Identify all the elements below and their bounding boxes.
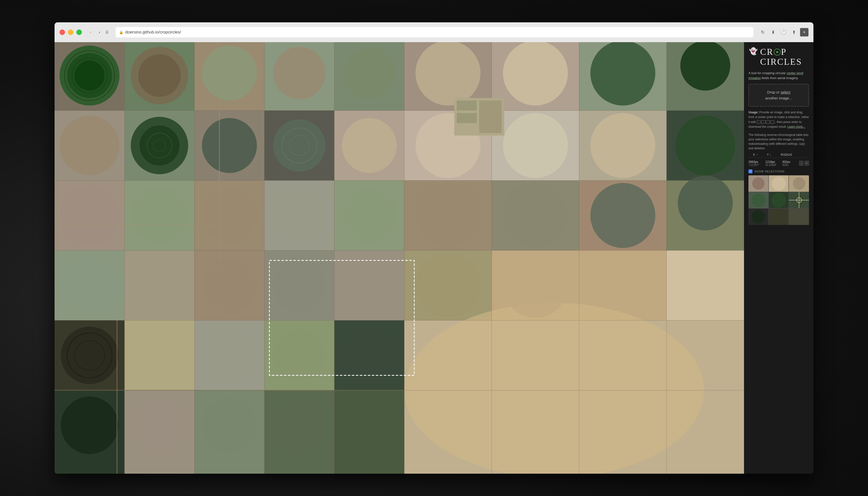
app-icon: 👻 [749, 47, 758, 55]
select-link[interactable]: select [781, 90, 790, 94]
svg-point-68 [273, 47, 326, 99]
svg-point-92 [678, 175, 733, 231]
url-text: doersino.github.io/cropcircles/ [125, 30, 181, 35]
title-block: CRP CIRCLES [760, 47, 808, 67]
svg-point-85 [131, 187, 188, 244]
drop-zone[interactable]: Drop or select another image... [748, 84, 809, 107]
svg-point-82 [590, 113, 655, 178]
svg-point-70 [415, 42, 480, 106]
forward-button[interactable]: › [96, 29, 103, 36]
table-actions: ↓ × [799, 161, 809, 166]
svg-point-130 [752, 177, 764, 190]
svg-point-66 [138, 54, 181, 97]
satellite-view [55, 42, 744, 474]
mini-map [748, 175, 809, 225]
right-panel: 👻 CRP CIRCLES A tool for cropping circul… [744, 42, 813, 474]
table-row: 2893px -113.857° 1218px 42.32588° 302px … [744, 159, 813, 167]
svg-point-100 [61, 327, 118, 384]
svg-point-98 [415, 253, 480, 318]
panel-header: 👻 CRP CIRCLES [744, 42, 813, 71]
share-button[interactable]: ⬆ [790, 28, 798, 36]
svg-point-96 [273, 259, 326, 312]
svg-point-146 [772, 210, 786, 224]
col-y-header: Y ↓ [767, 153, 781, 156]
cell-r: 302px 403m [782, 160, 799, 166]
learn-more-link[interactable]: Learn more... [787, 125, 805, 128]
toolbar-right: ↻ ⬇ 🕐 ⬆ + [758, 28, 808, 36]
show-selections-checkbox[interactable]: ✓ [748, 169, 753, 173]
list-button[interactable]: ☰ [103, 29, 111, 36]
svg-point-73 [680, 42, 730, 91]
history-button[interactable]: 🕐 [779, 28, 788, 36]
svg-point-64 [75, 61, 105, 91]
cell-x: 2893px -113.857° [748, 160, 765, 166]
svg-point-102 [202, 328, 257, 383]
svg-point-71 [503, 42, 568, 106]
traffic-lights [60, 30, 82, 35]
x-deg: -113.857° [748, 164, 765, 166]
y-deg: 42.32588° [765, 164, 782, 166]
title-line2: CIRCLES [760, 57, 808, 67]
new-tab-button[interactable]: + [800, 28, 808, 36]
close-button[interactable] [60, 30, 65, 35]
svg-point-101 [131, 327, 188, 384]
cell-y: 1218px 42.32588° [765, 160, 782, 166]
usage-label: Usage: [748, 111, 758, 114]
svg-point-88 [342, 188, 397, 243]
svg-point-95 [202, 258, 257, 313]
nav-buttons: ‹ › [87, 29, 103, 36]
svg-point-74 [60, 115, 120, 175]
map-area[interactable] [55, 42, 744, 474]
col-r-header: RADIUS [781, 153, 795, 156]
svg-point-84 [60, 186, 120, 246]
download-row-button[interactable]: ↓ [799, 161, 804, 166]
svg-point-105 [61, 397, 118, 454]
delete-row-button[interactable]: × [805, 161, 809, 166]
list-icon: ☰ [105, 30, 109, 34]
svg-point-136 [751, 193, 765, 207]
reload-button[interactable]: ↻ [758, 28, 767, 36]
lock-icon: 🔒 [119, 30, 123, 34]
back-button[interactable]: ‹ [87, 29, 94, 36]
svg-point-93 [60, 255, 120, 315]
browser-window: ‹ › ☰ 🔒 doersino.github.io/cropcircles/ … [55, 22, 813, 474]
minimize-button[interactable] [68, 30, 73, 35]
x-px: 2893px [748, 160, 765, 164]
title-line1: CRP [760, 47, 808, 57]
y-px: 1218px [765, 160, 782, 164]
svg-point-103 [273, 329, 326, 382]
download-button[interactable]: ⬇ [769, 28, 777, 36]
selection-table-desc: The following reverse-chronological tabl… [744, 133, 813, 153]
svg-point-81 [503, 113, 568, 178]
svg-point-91 [590, 183, 655, 248]
svg-rect-113 [457, 100, 477, 110]
svg-rect-114 [457, 113, 477, 123]
arrow-icons: → ← ↑ ↓ [757, 120, 774, 124]
svg-point-79 [342, 118, 397, 173]
svg-point-87 [273, 189, 326, 242]
mini-map-svg [748, 175, 809, 225]
title-o-icon [774, 49, 781, 56]
panel-description: A tool for cropping circular center pivo… [744, 71, 813, 84]
svg-point-83 [675, 115, 735, 175]
svg-point-104 [342, 328, 397, 383]
show-selections-row: ✓ SHOW SELECTIONS [744, 167, 813, 175]
svg-point-94 [131, 257, 188, 314]
svg-point-77 [202, 118, 257, 173]
svg-point-78 [273, 119, 326, 172]
main-content: 👻 CRP CIRCLES A tool for cropping circul… [55, 42, 813, 474]
drop-zone-text: Drop or select another image... [754, 89, 804, 101]
svg-point-89 [415, 183, 480, 248]
svg-point-137 [771, 193, 786, 207]
svg-point-72 [590, 42, 655, 106]
r-px: 302px [782, 160, 799, 164]
maximize-button[interactable] [76, 30, 82, 35]
url-bar[interactable]: 🔒 doersino.github.io/cropcircles/ [115, 27, 754, 37]
svg-point-97 [342, 258, 397, 313]
svg-point-99 [503, 253, 568, 318]
show-selections-label: SHOW SELECTIONS [755, 170, 785, 173]
col-x-header: X → [753, 153, 767, 156]
table-header: X → Y ↓ RADIUS [748, 153, 809, 158]
svg-point-48 [404, 303, 704, 474]
svg-point-69 [343, 47, 396, 99]
